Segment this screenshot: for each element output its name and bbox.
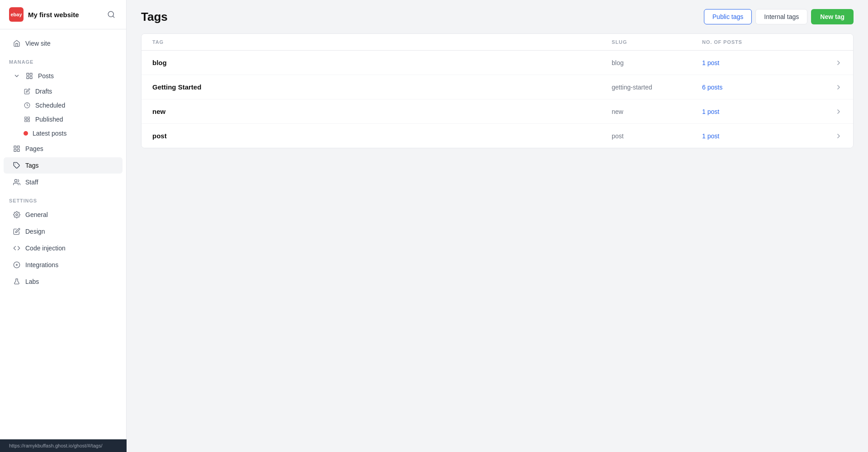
svg-rect-2 [27, 73, 29, 75]
labs-label: Labs [25, 278, 39, 285]
tag-name: post [152, 132, 612, 140]
table-row[interactable]: new new 1 post [142, 99, 853, 124]
edit-icon [24, 88, 31, 95]
tag-posts: 1 post [702, 132, 815, 140]
sidebar-item-staff[interactable]: Staff [4, 174, 123, 190]
settings-section-label: SETTINGS [0, 191, 126, 206]
sidebar-item-pages[interactable]: Pages [4, 141, 123, 157]
sidebar-item-tags[interactable]: Tags [4, 157, 123, 174]
sidebar-item-posts[interactable]: Posts [4, 68, 123, 84]
header-actions: Public tags Internal tags New tag [704, 9, 854, 24]
svg-rect-11 [14, 146, 16, 148]
tag-name: new [152, 108, 612, 115]
labs-icon [13, 278, 21, 286]
svg-rect-8 [28, 117, 29, 119]
search-button[interactable] [105, 9, 117, 20]
internal-tags-tab[interactable]: Internal tags [755, 9, 807, 24]
tag-posts: 1 post [702, 108, 815, 115]
svg-point-17 [16, 214, 18, 216]
brand-logo: ebay [9, 7, 24, 22]
search-icon [107, 10, 115, 19]
tag-slug: post [612, 132, 702, 140]
public-tags-tab[interactable]: Public tags [704, 9, 752, 24]
tag-name: Getting Started [152, 83, 612, 91]
svg-rect-9 [28, 120, 29, 122]
main-content-area: Tags Public tags Internal tags New tag T… [127, 0, 868, 452]
grid-icon [24, 116, 31, 123]
status-url: https://ramykbuffash.ghost.io/ghost/#/ta… [9, 443, 102, 448]
drafts-label: Drafts [35, 88, 52, 95]
sidebar-item-view-site[interactable]: View site [4, 35, 123, 52]
row-arrow [815, 108, 842, 115]
svg-rect-3 [30, 73, 32, 75]
tag-posts: 6 posts [702, 84, 815, 91]
posts-subnav: Drafts Scheduled Published [0, 85, 126, 140]
row-arrow [815, 84, 842, 91]
sidebar-item-latest-posts[interactable]: Latest posts [4, 127, 123, 140]
table-row[interactable]: Getting Started getting-started 6 posts [142, 75, 853, 99]
tag-slug: new [612, 108, 702, 115]
page-title: Tags [141, 10, 168, 24]
svg-rect-10 [25, 120, 27, 122]
sidebar-item-design[interactable]: Design [4, 223, 123, 240]
row-arrow [815, 132, 842, 140]
sidebar-item-code-injection[interactable]: Code injection [4, 240, 123, 256]
dot-red-icon [24, 131, 28, 136]
scheduled-label: Scheduled [35, 102, 65, 109]
sidebar-nav: View site MANAGE Posts [0, 29, 126, 452]
integrations-icon [13, 261, 21, 269]
manage-section-label: MANAGE [0, 52, 126, 67]
chevron-right-icon [835, 132, 842, 140]
sidebar: ebay My first website View site MANAGE [0, 0, 127, 452]
row-arrow [815, 59, 842, 66]
posts-icon [25, 72, 33, 80]
svg-point-18 [16, 264, 18, 266]
svg-rect-5 [27, 76, 29, 79]
staff-icon [13, 178, 21, 186]
latest-posts-label: Latest posts [33, 130, 67, 137]
staff-label: Staff [25, 179, 38, 186]
tags-content: TAG SLUG NO. OF POSTS blog blog 1 post G… [127, 33, 868, 452]
tag-name: blog [152, 59, 612, 66]
posts-label: Posts [38, 72, 54, 80]
sidebar-item-general[interactable]: General [4, 207, 123, 223]
col-header-action [815, 39, 842, 45]
svg-rect-7 [25, 117, 27, 119]
svg-rect-4 [30, 76, 32, 79]
tag-slug: blog [612, 59, 702, 66]
sidebar-item-integrations[interactable]: Integrations [4, 257, 123, 273]
brand: ebay My first website [9, 7, 79, 22]
general-label: General [25, 211, 48, 218]
sidebar-item-drafts[interactable]: Drafts [4, 85, 123, 98]
table-row[interactable]: blog blog 1 post [142, 51, 853, 75]
svg-point-16 [14, 179, 17, 182]
gear-icon [13, 211, 21, 219]
home-icon [13, 39, 21, 47]
sidebar-item-published[interactable]: Published [4, 113, 123, 126]
pages-label: Pages [25, 145, 43, 152]
view-site-label: View site [25, 40, 51, 47]
svg-line-1 [113, 16, 114, 17]
svg-rect-12 [17, 146, 19, 148]
main-header: Tags Public tags Internal tags New tag [127, 0, 868, 33]
tag-posts: 1 post [702, 59, 815, 66]
code-injection-label: Code injection [25, 245, 66, 252]
chevron-right-icon [835, 84, 842, 91]
design-icon [13, 227, 21, 235]
integrations-label: Integrations [25, 261, 58, 268]
table-row[interactable]: post post 1 post [142, 124, 853, 148]
tag-slug: getting-started [612, 84, 702, 91]
svg-rect-13 [17, 149, 19, 151]
table-header: TAG SLUG NO. OF POSTS [142, 34, 853, 51]
code-icon [13, 244, 21, 252]
chevron-right-icon [835, 59, 842, 66]
tags-label: Tags [25, 162, 39, 169]
tags-icon [13, 161, 21, 170]
tags-table: TAG SLUG NO. OF POSTS blog blog 1 post G… [141, 33, 854, 148]
new-tag-button[interactable]: New tag [811, 9, 854, 24]
sidebar-item-scheduled[interactable]: Scheduled [4, 99, 123, 112]
svg-rect-14 [14, 149, 16, 151]
sidebar-item-labs[interactable]: Labs [4, 273, 123, 290]
col-header-posts: NO. OF POSTS [702, 39, 815, 45]
brand-name: My first website [28, 11, 79, 19]
